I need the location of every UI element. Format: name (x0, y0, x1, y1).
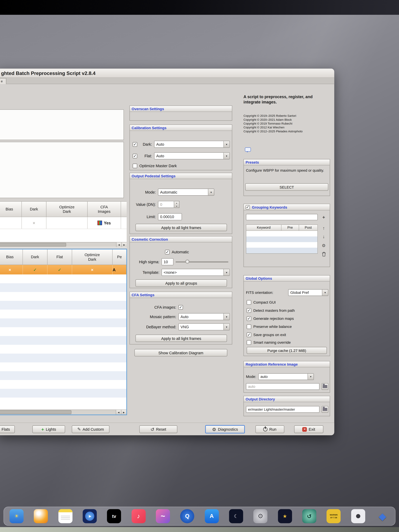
registration-path-input[interactable]: auto (246, 383, 319, 390)
scrollbar-thumb[interactable] (0, 410, 71, 414)
cfa-apply-label: Apply to all light frames (161, 336, 201, 340)
white-balance-label: Preserve white balance (253, 324, 292, 329)
high-sigma-input[interactable]: 10 (162, 258, 173, 265)
registration-mode-dropdown[interactable]: auto ▼ (258, 373, 314, 380)
trash-icon[interactable] (320, 251, 328, 258)
presets-select-button[interactable]: SELECT (245, 183, 328, 191)
keywords-gear-icon[interactable]: ⚙ (320, 242, 328, 249)
pedestal-apply-button[interactable]: Apply to all light frames (135, 224, 227, 231)
flat-dropdown[interactable]: Auto ▼ (154, 152, 230, 159)
weather-icon[interactable]: ☀ (10, 509, 24, 523)
lower-empty-panel[interactable] (0, 142, 124, 198)
white-balance-checkbox[interactable] (247, 324, 251, 329)
add-lights-button[interactable]: + Lights (32, 425, 65, 433)
music-icon[interactable]: ♪ (131, 509, 146, 523)
fitness-icon[interactable]: ~ (156, 509, 170, 523)
system-settings-icon[interactable]: ⚙ (253, 509, 268, 523)
spinner-up-icon[interactable]: ▲ (174, 201, 179, 204)
pixinsight-icon[interactable]: ◆ (375, 509, 390, 523)
run-button[interactable]: Run (255, 425, 284, 433)
cosmetic-apply-button[interactable]: Apply to all groups (135, 279, 227, 287)
scroll-left-icon[interactable]: ◀ (116, 410, 121, 415)
global-options-title[interactable]: Global Options (244, 276, 330, 281)
mosaic-pattern-dropdown[interactable]: Auto ▼ (178, 313, 230, 320)
add-custom-button[interactable]: ✎ Add Custom (72, 425, 109, 433)
debayer-method-label: DeBayer method: (133, 325, 176, 329)
star-app-icon[interactable]: ★ (278, 509, 292, 523)
cfa-apply-button[interactable]: Apply to all light frames (135, 335, 227, 342)
high-sigma-slider[interactable] (176, 258, 230, 265)
selected-group-row[interactable]: × ✓ ✓ × A (0, 265, 126, 274)
browse-output-button[interactable] (322, 406, 328, 413)
lights-files-table[interactable]: Bias Dark Flat Optimize Dark Pe × ✓ ✓ × … (0, 249, 127, 415)
compact-gui-checkbox[interactable] (247, 300, 251, 304)
utility-app-icon[interactable] (351, 509, 365, 523)
grouping-keywords-checkbox[interactable]: ✓ (246, 205, 250, 209)
pedestal-mode-dropdown[interactable]: Automatic ▼ (158, 189, 214, 196)
list-filler (0, 398, 126, 410)
cfa-images-checkbox[interactable]: ✓ (178, 305, 183, 310)
purge-cache-button[interactable]: Purge cache (1.27 MiB) (247, 347, 327, 354)
slider-thumb[interactable] (185, 260, 189, 264)
presets-section-title[interactable]: Presets (244, 159, 330, 165)
detect-masters-checkbox[interactable]: ✓ (247, 308, 251, 313)
scroll-left-icon[interactable]: ◀ (116, 242, 121, 247)
dark-checkbox[interactable]: ✓ (133, 142, 137, 147)
template-dropdown[interactable]: <none> ▼ (162, 269, 230, 276)
time-machine-icon[interactable]: ↺ (302, 509, 317, 523)
diagnostics-button[interactable]: ⚙ Diagnostics (205, 425, 245, 433)
cosmetic-section-title[interactable]: Cosmetic Correction (130, 236, 232, 242)
dark-label: Dark: (139, 142, 152, 146)
dark-dropdown[interactable]: Auto ▼ (154, 141, 230, 148)
keywords-table[interactable]: Keyword Pre Post (246, 224, 318, 253)
astronomy-app-icon[interactable]: ☾ (229, 509, 243, 523)
calibration-files-table[interactable]: Bias Dark Optimize Dark CFA Images × Yes (0, 201, 127, 247)
pedestal-section-title[interactable]: Output Pedestal Settings (130, 173, 232, 179)
tab-partial[interactable]: e (0, 78, 6, 84)
browse-reference-button[interactable] (322, 383, 328, 390)
move-down-icon[interactable]: ↓ (320, 233, 328, 240)
optimize-master-dark-checkbox[interactable] (133, 164, 137, 168)
keyword-input[interactable] (246, 214, 318, 220)
flat-checkbox[interactable]: ✓ (133, 154, 137, 158)
value-dn-input[interactable]: 0 (158, 201, 174, 208)
reset-button[interactable]: ↺ Reset (139, 425, 177, 433)
scrollbar-thumb[interactable] (0, 243, 66, 247)
move-up-icon[interactable]: ↑ (320, 224, 328, 231)
value-spinner[interactable]: ▲ ▼ (174, 201, 179, 208)
upper-empty-panel[interactable] (0, 109, 124, 140)
quicktime-icon[interactable]: Q (180, 509, 194, 523)
browser-icon[interactable] (34, 509, 48, 523)
overscan-section-title[interactable]: Overscan Settings (130, 106, 232, 112)
registration-reference-title[interactable]: Registration Reference Image (244, 361, 330, 367)
terminal-warning-icon[interactable]: WARNINAY 7:36 (327, 509, 341, 523)
save-groups-checkbox[interactable]: ✓ (247, 332, 251, 337)
scroll-right-icon[interactable]: ▶ (121, 242, 127, 247)
apple-tv-icon[interactable]: tv (107, 509, 121, 523)
window-titlebar[interactable]: ghted Batch Preprocessing Script v2.8.4 (0, 69, 334, 78)
exit-button[interactable]: ✕ Exit (294, 425, 323, 433)
app-store-icon[interactable]: A (205, 509, 219, 523)
pedestal-mode-value: Automatic (160, 190, 177, 194)
comment-bubble-icon[interactable] (245, 147, 251, 152)
limit-input[interactable]: 0.00010 (158, 213, 182, 220)
output-directory-title[interactable]: Output Directory (244, 396, 330, 402)
table1-horizontal-scrollbar[interactable]: ◀ ▶ (0, 242, 127, 247)
cosmetic-automatic-checkbox[interactable]: ✓ (165, 250, 170, 254)
show-calibration-diagram-button[interactable]: Show Calibration Diagram (134, 349, 227, 356)
fits-orientation-dropdown[interactable]: Global Pref ▼ (288, 289, 328, 296)
cfa-section-title[interactable]: CFA Settings (130, 292, 232, 298)
add-flats-button[interactable]: + Flats (0, 425, 15, 433)
add-keyword-icon[interactable]: + (320, 214, 328, 221)
debayer-method-dropdown[interactable]: VNG ▼ (178, 323, 230, 330)
scroll-right-icon[interactable]: ▶ (121, 410, 126, 415)
table2-horizontal-scrollbar[interactable]: ◀ ▶ (0, 410, 126, 414)
video-player-icon[interactable]: ▶ (83, 509, 97, 523)
notes-icon[interactable] (58, 509, 72, 523)
table-row[interactable]: × Yes (0, 217, 127, 229)
spinner-down-icon[interactable]: ▼ (174, 204, 179, 208)
output-directory-input[interactable]: er/master Light/master/master (246, 406, 319, 413)
smart-naming-checkbox[interactable] (247, 340, 251, 345)
rejection-maps-checkbox[interactable]: ✓ (247, 316, 251, 321)
calibration-section-title[interactable]: Calibration Settings (130, 125, 232, 131)
